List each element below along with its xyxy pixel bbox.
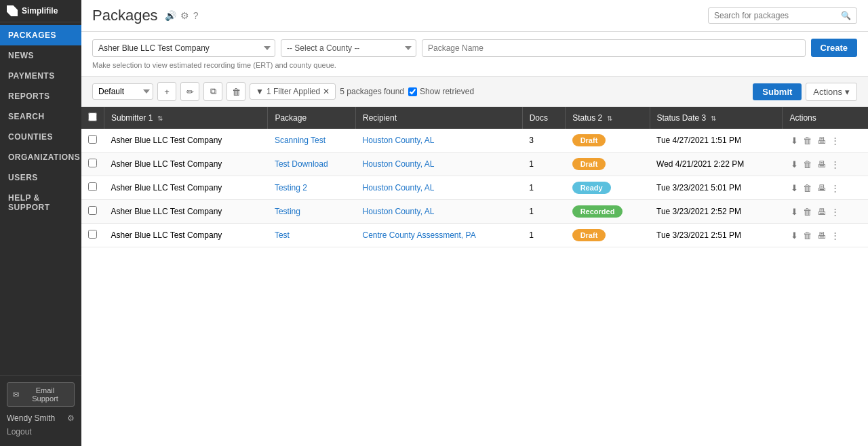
download-icon[interactable]: ⬇ xyxy=(791,183,798,193)
row-package[interactable]: Test Download xyxy=(268,153,356,176)
search-box[interactable]: 🔍 xyxy=(708,7,857,24)
row-submitter: Asher Blue LLC Test Company xyxy=(104,129,268,153)
submitter-sort-icon[interactable]: ⇅ xyxy=(157,115,163,122)
show-retrieved-label[interactable]: Show retrieved xyxy=(408,87,474,96)
select-all-checkbox[interactable] xyxy=(88,113,97,121)
package-name-input[interactable] xyxy=(422,39,806,57)
sidebar-item-help[interactable]: HELP & SUPPORT xyxy=(0,188,81,218)
delete-icon[interactable]: 🗑 xyxy=(803,230,812,241)
row-recipient[interactable]: Houston County, AL xyxy=(355,129,522,153)
sidebar-item-organizations[interactable]: ORGANIZATIONS xyxy=(0,147,81,167)
row-submitter: Asher Blue LLC Test Company xyxy=(104,200,268,224)
county-select[interactable]: -- Select a County -- xyxy=(281,39,416,57)
row-actions: ⬇ 🗑 🖶 ⋮ xyxy=(783,176,868,200)
sidebar-nav: PACKAGES NEWS PAYMENTS REPORTS SEARCH CO… xyxy=(0,22,81,375)
company-select[interactable]: Asher Blue LLC Test Company xyxy=(92,39,275,57)
print-icon[interactable]: 🖶 xyxy=(817,230,826,241)
download-icon[interactable]: ⬇ xyxy=(791,159,798,169)
actions-button[interactable]: Actions ▾ xyxy=(806,83,857,101)
row-checkbox[interactable] xyxy=(88,206,97,215)
download-icon[interactable]: ⬇ xyxy=(791,230,798,241)
actions-chevron-icon: ▾ xyxy=(845,87,850,97)
email-support-button[interactable]: ✉ Email Support xyxy=(7,382,75,407)
filter-icon: ▼ xyxy=(256,87,264,96)
print-icon[interactable]: 🖶 xyxy=(817,136,826,146)
filter-applied-button[interactable]: ▼ 1 Filter Applied ✕ xyxy=(250,83,336,100)
print-icon[interactable]: 🖶 xyxy=(817,159,826,169)
more-icon[interactable]: ⋮ xyxy=(831,159,840,169)
more-icon[interactable]: ⋮ xyxy=(831,230,840,241)
copy-filter-button[interactable]: ⧉ xyxy=(203,82,222,101)
recipient-link[interactable]: Houston County, AL xyxy=(362,183,434,192)
package-link[interactable]: Test xyxy=(275,230,290,240)
gear-icon[interactable]: ⚙ xyxy=(67,413,75,423)
download-icon[interactable]: ⬇ xyxy=(791,136,798,146)
sidebar-item-payments[interactable]: PAYMENTS xyxy=(0,66,81,86)
delete-icon[interactable]: 🗑 xyxy=(803,136,812,146)
row-status: Recorded xyxy=(566,200,650,224)
package-link[interactable]: Test Download xyxy=(275,159,328,169)
recipient-link[interactable]: Houston County, AL xyxy=(362,207,434,216)
row-status-date: Wed 4/21/2021 2:22 PM xyxy=(650,153,783,176)
row-checkbox[interactable] xyxy=(88,135,97,144)
status-sort-icon[interactable]: ⇅ xyxy=(607,115,612,122)
sidebar-item-news[interactable]: NEWS xyxy=(0,45,81,66)
header-recipient: Recipient xyxy=(355,107,522,129)
row-package[interactable]: Scanning Test xyxy=(268,129,356,153)
logout-link[interactable]: Logout xyxy=(7,424,75,439)
package-link[interactable]: Scanning Test xyxy=(275,136,326,145)
row-actions: ⬇ 🗑 🖶 ⋮ xyxy=(783,224,868,247)
add-filter-button[interactable]: + xyxy=(157,82,176,101)
row-recipient[interactable]: Centre County Assessment, PA xyxy=(355,224,522,247)
more-icon[interactable]: ⋮ xyxy=(831,183,840,193)
download-icon[interactable]: ⬇ xyxy=(791,207,798,217)
package-link[interactable]: Testing 2 xyxy=(275,183,307,192)
row-package[interactable]: Test xyxy=(268,224,356,247)
more-icon[interactable]: ⋮ xyxy=(831,136,840,146)
row-package[interactable]: Testing xyxy=(268,200,356,224)
row-recipient[interactable]: Houston County, AL xyxy=(355,153,522,176)
delete-icon[interactable]: 🗑 xyxy=(803,183,812,193)
delete-filter-button[interactable]: 🗑 xyxy=(226,82,245,101)
header-checkbox-col xyxy=(81,107,104,129)
row-checkbox-cell xyxy=(81,224,104,247)
actions-col-label: Actions xyxy=(789,113,816,123)
filter-select[interactable]: Default xyxy=(92,83,153,100)
sidebar-bottom: ✉ Email Support Wendy Smith ⚙ Logout xyxy=(0,375,81,446)
recipient-link[interactable]: Houston County, AL xyxy=(362,136,434,145)
edit-filter-button[interactable]: ✏ xyxy=(180,82,199,101)
filter-clear-icon[interactable]: ✕ xyxy=(323,87,330,96)
more-icon[interactable]: ⋮ xyxy=(831,207,840,217)
submit-button[interactable]: Submit xyxy=(753,83,802,100)
show-retrieved-checkbox[interactable] xyxy=(408,87,417,96)
row-status: Draft xyxy=(566,224,650,247)
sidebar-item-reports[interactable]: REPORTS xyxy=(0,86,81,106)
row-checkbox[interactable] xyxy=(88,230,97,239)
row-recipient[interactable]: Houston County, AL xyxy=(355,200,522,224)
row-checkbox[interactable] xyxy=(88,159,97,167)
package-link[interactable]: Testing xyxy=(275,207,300,216)
envelope-icon: ✉ xyxy=(13,390,19,399)
sidebar-item-counties[interactable]: COUNTIES xyxy=(0,127,81,147)
audio-icon[interactable]: 🔊 xyxy=(165,10,176,21)
row-status-date: Tue 3/23/2021 5:01 PM xyxy=(650,176,783,200)
sidebar-item-packages[interactable]: PACKAGES xyxy=(0,25,81,45)
header-docs: Docs xyxy=(522,107,565,129)
print-icon[interactable]: 🖶 xyxy=(817,183,826,193)
help-icon[interactable]: ? xyxy=(193,10,199,21)
delete-icon[interactable]: 🗑 xyxy=(803,159,812,169)
row-recipient[interactable]: Houston County, AL xyxy=(355,176,522,200)
row-package[interactable]: Testing 2 xyxy=(268,176,356,200)
sidebar-item-users[interactable]: USERS xyxy=(0,167,81,188)
create-button[interactable]: Create xyxy=(811,39,857,57)
search-input[interactable] xyxy=(714,11,841,20)
recipient-link[interactable]: Houston County, AL xyxy=(362,159,434,169)
recipient-link[interactable]: Centre County Assessment, PA xyxy=(362,230,475,240)
row-checkbox[interactable] xyxy=(88,182,97,191)
header-left: Packages 🔊 ⚙ ? xyxy=(92,7,198,24)
status-date-sort-icon[interactable]: ⇅ xyxy=(711,115,716,122)
print-icon[interactable]: 🖶 xyxy=(817,207,826,217)
sidebar-item-search[interactable]: SEARCH xyxy=(0,106,81,127)
settings-icon[interactable]: ⚙ xyxy=(180,10,189,21)
delete-icon[interactable]: 🗑 xyxy=(803,207,812,217)
